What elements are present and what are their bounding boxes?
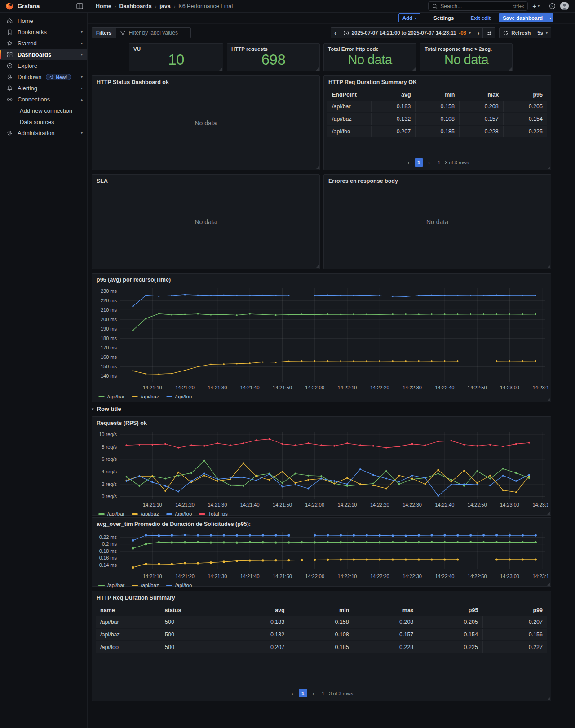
svg-text:0 req/s: 0 req/s (102, 494, 117, 499)
column-header-p95[interactable]: p95 (503, 89, 547, 101)
legend-swatch-icon (132, 585, 138, 586)
refresh-button[interactable]: Refresh (500, 28, 534, 38)
chart-canvas-rps[interactable]: 0 req/s2 req/s4 req/s6 req/s8 req/s10 re… (96, 428, 548, 509)
svg-text:14:22:10: 14:22:10 (338, 574, 357, 579)
panel-title[interactable]: VU (129, 44, 223, 51)
sidebar-item-administration[interactable]: Administration▾ (0, 128, 87, 139)
page-number-button[interactable]: 1 (299, 689, 307, 697)
sidebar-item-connections[interactable]: Connections▴ (0, 94, 87, 105)
label-filter-field[interactable] (116, 28, 190, 38)
sidebar-item-alerting[interactable]: Alerting▾ (0, 83, 87, 94)
add-panel-button[interactable]: Add ▾ (398, 13, 420, 22)
chart-canvas-p95[interactable]: 140 ms150 ms160 ms170 ms180 ms190 ms200 … (96, 285, 548, 392)
table-cell: /api/baz (96, 628, 160, 641)
sidebar-item-starred[interactable]: Starred▾ (0, 38, 87, 49)
refresh-interval-button[interactable]: 5s ▾ (534, 28, 551, 38)
legend-item--api-baz[interactable]: /api/baz (132, 582, 159, 588)
column-header-min[interactable]: min (289, 604, 354, 616)
sidebar-item-label: Dashboards (18, 51, 51, 58)
legend-item--api-baz[interactable]: /api/baz (132, 511, 159, 516)
panel-title[interactable]: Errores en response body (324, 175, 551, 185)
next-page-button[interactable]: › (426, 159, 432, 166)
new-badge: New! (46, 74, 71, 80)
grafana-logo-icon[interactable] (5, 2, 13, 10)
sidebar-toggle-icon[interactable] (76, 3, 83, 9)
refresh-interval: 5s (537, 30, 543, 35)
sidebar-item-bookmarks[interactable]: Bookmarks▾ (0, 26, 87, 38)
previous-page-button[interactable]: ‹ (290, 690, 296, 697)
panel-title[interactable]: HTTP Req Duration Summary (92, 591, 551, 602)
column-header-status[interactable]: status (160, 604, 225, 616)
legend-item--api-bar[interactable]: /api/bar (98, 582, 124, 588)
legend-item--api-baz[interactable]: /api/baz (132, 394, 159, 399)
save-dashboard-button[interactable]: Save dashboard (499, 13, 547, 22)
panel-title[interactable]: HTTP Status Dashboard ok (92, 76, 319, 86)
save-options-button[interactable]: ▾ (547, 13, 553, 22)
user-avatar[interactable] (560, 2, 569, 10)
sidebar-item-home[interactable]: Home (0, 15, 87, 26)
sidebar-item-dashboards[interactable]: Dashboards▾ (0, 49, 87, 60)
dashboard-row-toggle[interactable]: ▾ Row title (92, 406, 121, 412)
sidebar-item-drilldown[interactable]: DrilldownNew!▾ (0, 71, 87, 83)
panel-http-status: HTTP Status Dashboard ok No data (92, 75, 320, 170)
legend-item--api-bar[interactable]: /api/bar (98, 394, 124, 399)
breadcrumb-item-java[interactable]: java (159, 3, 170, 9)
legend-item--api-foo[interactable]: /api/foo (166, 582, 192, 588)
next-page-button[interactable]: › (310, 690, 316, 697)
legend-item--api-foo[interactable]: /api/foo (166, 511, 192, 516)
time-shift-forward-button[interactable]: › (474, 28, 483, 38)
panel-title[interactable]: SLA (92, 175, 319, 185)
svg-text:14:23:10: 14:23:10 (532, 385, 548, 390)
table-cell: /api/foo (327, 125, 372, 138)
stat-panel-http-requests: HTTP requests 698 (227, 43, 320, 71)
panel-title[interactable]: HTTP requests (227, 44, 319, 51)
legend-item-Total-rps[interactable]: Total rps (199, 511, 227, 516)
panel-title[interactable]: avg_over_tim Promedio de Duración de Sol… (92, 518, 551, 528)
column-header-min[interactable]: min (416, 89, 460, 101)
svg-text:14:21:20: 14:21:20 (175, 385, 195, 390)
help-button[interactable]: ? (549, 3, 556, 9)
column-header-max[interactable]: max (459, 89, 503, 101)
svg-text:220 ms: 220 ms (101, 298, 117, 303)
panel-title[interactable]: Total response time > 2seg. (420, 44, 512, 52)
chevron-down-icon: ▾ (549, 16, 551, 20)
column-header-p99[interactable]: p99 (482, 604, 547, 616)
panel-title[interactable]: HTTP Req Duration Summary OK (324, 76, 551, 86)
column-header-name[interactable]: name (96, 604, 160, 616)
table-cell: 0.108 (416, 113, 460, 125)
page-number-button[interactable]: 1 (415, 158, 423, 167)
panel-title[interactable]: Requests (RPS) ok (92, 417, 551, 427)
breadcrumb-item-home[interactable]: Home (96, 3, 111, 9)
legend-swatch-icon (132, 513, 138, 515)
search-input[interactable] (440, 3, 510, 9)
sidebar-item-explore[interactable]: Explore (0, 60, 87, 71)
column-header-EndPoint[interactable]: EndPoint (327, 89, 372, 101)
column-header-p95[interactable]: p95 (418, 604, 483, 616)
legend-item--api-bar[interactable]: /api/bar (98, 511, 124, 516)
column-header-max[interactable]: max (354, 604, 418, 616)
legend-label: /api/bar (107, 394, 124, 399)
search-box[interactable]: ctrl+k (428, 1, 528, 11)
zoom-out-button[interactable] (483, 28, 495, 38)
column-header-avg[interactable]: avg (372, 89, 416, 101)
panel-title[interactable]: p95 (avg) por recurso(Time) (92, 274, 551, 284)
filters-button[interactable]: Filters (92, 28, 116, 38)
exit-edit-button[interactable]: Exit edit (467, 13, 494, 22)
sidebar-item-data-sources[interactable]: Data sources (0, 116, 87, 128)
new-button[interactable]: + ▾ (532, 2, 540, 10)
label-filter-input[interactable] (129, 30, 183, 36)
table-row: /api/baz0.1320.1080.1570.154 (327, 113, 547, 125)
chart-canvas-avg[interactable]: 0.14 ms0.16 ms0.18 ms0.2 ms0.22 ms14:21:… (96, 529, 548, 580)
breadcrumb-item-dashboards[interactable]: Dashboards (119, 3, 151, 9)
column-header-avg[interactable]: avg (225, 604, 289, 616)
settings-button[interactable]: Settings (430, 13, 457, 22)
panel-title[interactable]: Total Error http code (324, 44, 416, 52)
time-range-picker-button[interactable]: 2025-07-07 14:21:00 to 2025-07-07 14:23:… (340, 28, 474, 38)
table-cell: 0.156 (482, 628, 547, 641)
sidebar-item-add-new-connection[interactable]: Add new connection (0, 105, 87, 116)
previous-page-button[interactable]: ‹ (406, 159, 411, 166)
time-shift-back-button[interactable]: ‹ (331, 28, 340, 38)
legend-item--api-foo[interactable]: /api/foo (166, 394, 192, 399)
stat-panel-total-error: Total Error http code No data (323, 43, 416, 71)
clock-icon (343, 30, 349, 36)
